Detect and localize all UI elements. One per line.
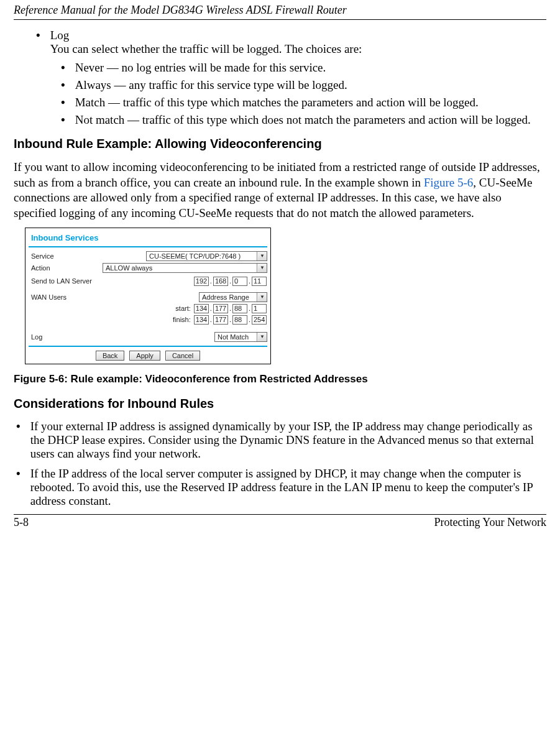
bullet-icon: • [61, 96, 65, 109]
panel-title: Inbound Services [31, 233, 267, 242]
sendto-oct2[interactable]: 168 [213, 277, 228, 286]
action-label: Action [29, 264, 68, 272]
cancel-button[interactable]: Cancel [165, 351, 200, 361]
list-item: • If your external IP address is assigne… [16, 420, 546, 461]
action-value: ALLOW always [103, 264, 257, 272]
footer-section: Protecting Your Network [434, 516, 547, 529]
service-label: Service [29, 252, 112, 260]
start-oct1[interactable]: 134 [194, 304, 209, 313]
action-select[interactable]: ALLOW always ▼ [103, 263, 267, 273]
chevron-down-icon: ▼ [257, 252, 267, 260]
chevron-down-icon: ▼ [257, 293, 267, 302]
wanusers-select[interactable]: Address Range ▼ [199, 292, 267, 302]
consider-0: If your external IP address is assigned … [30, 420, 546, 461]
page-number: 5-8 [14, 516, 29, 529]
bullet-icon: • [61, 113, 65, 127]
sendto-oct4[interactable]: 11 [252, 277, 267, 286]
back-button[interactable]: Back [96, 351, 124, 361]
inbound-example-heading: Inbound Rule Example: Allowing Videoconf… [14, 137, 546, 151]
bullet-icon: • [36, 29, 40, 56]
finish-label: finish: [173, 316, 191, 323]
bullet-icon: • [16, 467, 21, 508]
bullet-icon: • [61, 78, 65, 92]
service-select[interactable]: CU-SEEME( TCP/UDP:7648 ) ▼ [146, 251, 267, 261]
considerations-heading: Considerations for Inbound Rules [14, 397, 546, 411]
log-choice-3: Not match — traffic of this type which d… [75, 113, 546, 127]
log-desc: You can select whether the traffic will … [50, 42, 362, 55]
log-choice-0: Never — no log entries will be made for … [75, 61, 546, 75]
inbound-services-panel: Inbound Services Service CU-SEEME( TCP/U… [25, 228, 271, 364]
figure-caption: Figure 5-6: Rule example: Videoconferenc… [14, 373, 546, 385]
list-item: • If the IP address of the local server … [16, 467, 546, 508]
inbound-paragraph: If you want to allow incoming videoconfe… [14, 160, 546, 221]
finish-oct3[interactable]: 88 [232, 315, 247, 325]
start-oct2[interactable]: 177 [213, 304, 228, 313]
sendto-label: Send to LAN Server [29, 277, 112, 285]
log-choice-1: Always — any traffic for this service ty… [75, 78, 546, 92]
doc-header: Reference Manual for the Model DG834G Wi… [14, 0, 546, 19]
chevron-down-icon: ▼ [257, 264, 267, 272]
start-oct3[interactable]: 88 [232, 304, 247, 313]
service-value: CU-SEEME( TCP/UDP:7648 ) [147, 252, 257, 260]
sendto-oct1[interactable]: 192 [194, 277, 209, 286]
log-title: Log [50, 29, 70, 42]
log-value: Not Match [215, 333, 257, 341]
footer-rule [14, 514, 546, 515]
chevron-down-icon: ▼ [257, 333, 267, 341]
list-item: • Never — no log entries will be made fo… [61, 61, 546, 75]
wanusers-value: Address Range [200, 293, 257, 302]
log-select[interactable]: Not Match ▼ [214, 332, 267, 342]
sendto-oct3[interactable]: 0 [232, 277, 247, 286]
start-oct4[interactable]: 1 [252, 304, 267, 313]
list-item: • Not match — traffic of this type which… [61, 113, 546, 127]
figure-reference-link[interactable]: Figure 5-6 [424, 176, 474, 189]
list-item: • Always — any traffic for this service … [61, 78, 546, 92]
apply-button[interactable]: Apply [129, 351, 160, 361]
log-label: Log [29, 333, 112, 341]
header-rule [14, 19, 546, 20]
panel-top-rule [29, 246, 267, 247]
bullet-icon: • [61, 61, 65, 75]
bullet-icon: • [16, 420, 21, 461]
start-label: start: [175, 305, 190, 312]
finish-oct2[interactable]: 177 [213, 315, 228, 325]
log-choice-2: Match — traffic of this type which match… [75, 96, 546, 109]
log-item: • Log You can select whether the traffic… [36, 29, 546, 56]
consider-1: If the IP address of the local server co… [30, 467, 546, 508]
panel-bottom-rule [29, 346, 267, 347]
finish-oct4[interactable]: 254 [252, 315, 267, 325]
list-item: • Match — traffic of this type which mat… [61, 96, 546, 109]
wanusers-label: WAN Users [29, 293, 112, 301]
finish-oct1[interactable]: 134 [194, 315, 209, 325]
